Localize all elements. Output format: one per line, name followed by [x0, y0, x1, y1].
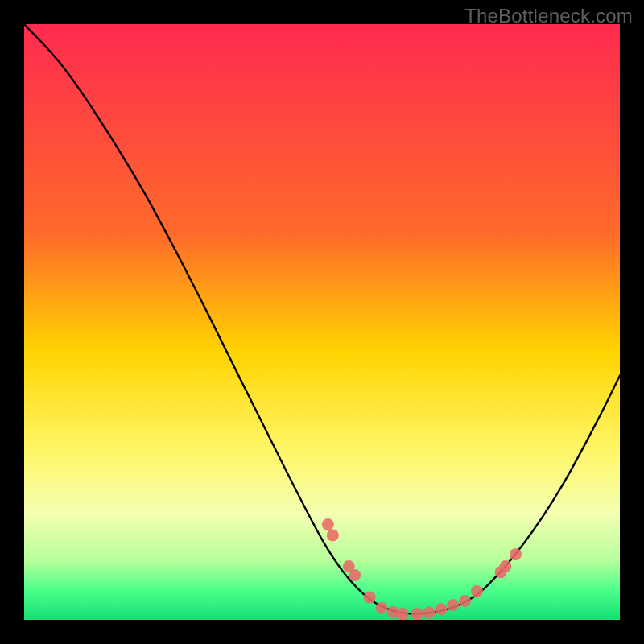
- chart-svg: [24, 24, 620, 620]
- data-marker: [436, 603, 448, 615]
- data-marker: [322, 518, 334, 530]
- chart-frame: TheBottleneck.com: [0, 0, 644, 644]
- data-marker: [327, 529, 339, 541]
- data-marker: [423, 607, 436, 619]
- data-marker: [364, 591, 376, 603]
- data-marker: [447, 599, 459, 611]
- data-marker: [471, 585, 483, 597]
- data-marker: [376, 602, 388, 614]
- data-marker: [411, 608, 423, 620]
- data-marker: [349, 569, 361, 581]
- data-marker: [510, 548, 522, 560]
- data-marker: [396, 608, 408, 620]
- chart-background: [24, 24, 620, 620]
- data-marker: [459, 595, 471, 607]
- data-marker: [499, 560, 511, 572]
- plot-area: [24, 24, 620, 620]
